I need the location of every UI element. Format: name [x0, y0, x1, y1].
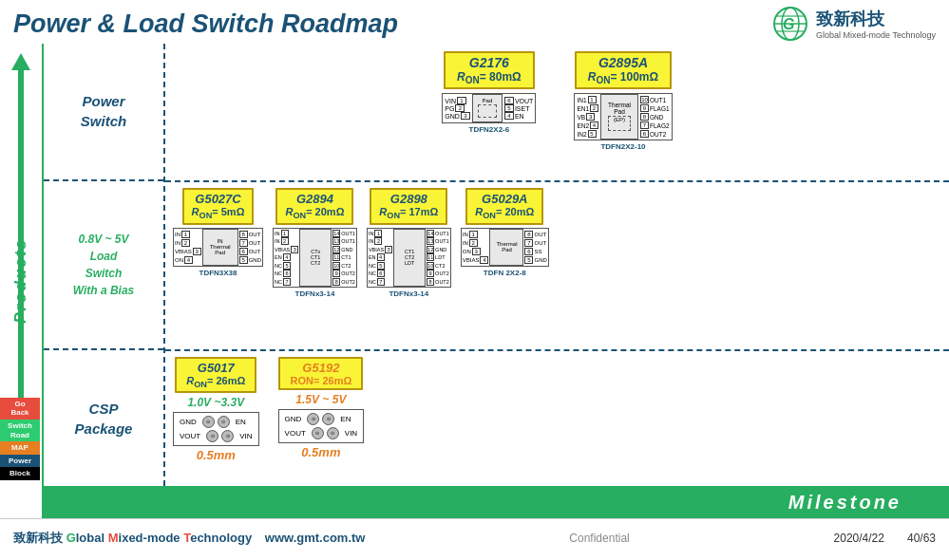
g5192-ron: RON= 26mΩ	[290, 375, 351, 386]
g2176-pins-left: VIN1 PG2 GND3	[443, 94, 472, 122]
g2176-name: G2176	[457, 55, 522, 70]
logo: G 致新科技 Global Mixed-mode Technology	[772, 6, 936, 42]
g5192-component: G5192 RON= 26mΩ 1.5V ~ 5V GND ⊙	[278, 357, 365, 459]
g2898-name: G2898	[379, 192, 438, 206]
g5027c-chip-body: IN Thermal Pad	[202, 229, 238, 266]
g2898-ron: RON= 17mΩ	[379, 206, 438, 220]
g5027c-ron: RON= 5mΩ	[192, 206, 245, 220]
g2895a-ron: RON= 100mΩ	[588, 70, 658, 85]
milestone-arrow-head	[921, 486, 949, 518]
g2898-pins-right: 14OUT1 13OUT1 12GND 11LDT 10CT2 9OUT2 8O…	[426, 229, 450, 287]
g2894-ron: RON= 20mΩ	[285, 206, 344, 220]
g5029a-pins-left: IN1 IN2 ON3 VBIAS4	[462, 229, 490, 266]
g2895a-chip-body: Thermal Pad (EP)	[600, 94, 638, 140]
g2176-ron: RON= 80mΩ	[457, 70, 522, 85]
g5017-pitch: 0.5mm	[197, 448, 236, 462]
g2898-chip-body: CT1 CT2 LDT	[393, 229, 426, 287]
g5027c-pins-right: 8OUT 7OUT 6OUT 5GND	[238, 229, 262, 266]
products-arrow-container: Products GoBack SwitchRoad MAP Power Blo…	[0, 44, 42, 518]
g5027c-title: G5027C RON= 5mΩ	[182, 188, 255, 224]
g2894-title: G2894 RON= 20mΩ	[275, 188, 353, 224]
g5027c-pins-left: IN1 IN2 VBIAS3 ON4	[174, 229, 202, 266]
g5029a-name: G5029A	[475, 192, 534, 206]
g2895a-pkg: TDFN2X2-10	[600, 142, 645, 151]
g5027c-pkg: TDFN3X38	[199, 269, 237, 277]
g5017-csp: GND ⊙ ⊙ EN VOUT	[173, 412, 259, 446]
g5192-title: G5192 RON= 26mΩ	[278, 357, 363, 390]
g5029a-chip-body: Thermal Pad	[489, 229, 523, 266]
milestone-row: Milestone	[44, 486, 949, 518]
row-csp: G5017 RON= 26mΩ 1.0V ~3.3V GND ⊙	[165, 351, 949, 486]
g2894-pindiagram: IN1 IN2 VBIAS3 EN4 NC5 NC6 NC7 CTx	[273, 228, 357, 288]
footer-cn: 致新科技	[13, 531, 63, 545]
row-load-switch: G5027C RON= 5mΩ IN1 IN2 VBIAS3 ON4	[165, 182, 949, 350]
row-label-power-switch: PowerSwitch	[44, 44, 163, 181]
map-button[interactable]: MAP	[0, 441, 40, 455]
g5192-csp: GND ⊙ ⊙ EN VOUT	[278, 409, 365, 443]
page-title: Power & Load Switch Roadmap	[13, 9, 398, 39]
g5192-name: G5192	[290, 361, 351, 375]
g2895a-pins-right: 10OUT1 9FLAG1 8GND 7FLAG2 6OUT2	[638, 94, 672, 140]
footer-meta: 2020/4/22 40/63	[834, 532, 936, 545]
grid-container: PowerSwitch 0.8V ~ 5VLoadSwitchWith a Bi…	[44, 44, 949, 486]
g2898-title: G2898 RON= 17mΩ	[370, 188, 447, 224]
header: Power & Load Switch Roadmap G 致新科技 Globa…	[0, 0, 949, 44]
footer: 致新科技 Global Mixed-mode Technology www.gm…	[0, 518, 949, 556]
g5027c-name: G5027C	[192, 192, 245, 206]
g5017-voltage: 1.0V ~3.3V	[187, 396, 244, 409]
g2895a-pindiagram: IN11 EN12 VB3 EN24 IN25 Thermal Pad (EP)	[574, 93, 672, 140]
content-area: PowerSwitch 0.8V ~ 5VLoadSwitchWith a Bi…	[42, 44, 949, 518]
g5029a-component: G5029A RON= 20mΩ IN1 IN2 ON3 VBIAS4	[461, 188, 549, 276]
go-back-button[interactable]: GoBack	[0, 398, 40, 420]
g2894-pkg: TDFNx3-14	[295, 289, 335, 298]
g2176-pindiagram: VIN1 PG2 GND3 Pad 6VOUT	[442, 93, 536, 123]
g2894-pins-right: 14OUT1 13OUT1 12GND 11CT1 10CT2 9OUT2 8O…	[332, 229, 356, 287]
g2176-title: G2176 RON= 80mΩ	[444, 51, 535, 89]
g5029a-pindiagram: IN1 IN2 ON3 VBIAS4 Thermal Pad	[461, 228, 549, 267]
g2898-component: G2898 RON= 17mΩ IN1 IN2 VBIAS3 EN4	[367, 188, 451, 297]
row-power-switch: G2176 RON= 80mΩ VIN1 PG2 GND3	[165, 44, 949, 182]
g5017-name: G5017	[186, 361, 245, 375]
g5027c-pindiagram: IN1 IN2 VBIAS3 ON4 IN Thermal Pad	[173, 228, 263, 267]
row-label-load-switch: 0.8V ~ 5VLoadSwitchWith a Bias	[44, 181, 163, 350]
footer-g: G	[66, 531, 76, 545]
switch-road-button[interactable]: SwitchRoad	[0, 420, 40, 441]
g2895a-component: G2895A RON= 100mΩ IN11 EN12 VB3 EN24	[574, 51, 672, 151]
g5029a-title: G5029A RON= 20mΩ	[465, 188, 543, 224]
logo-icon: G	[772, 6, 808, 42]
row-labels: PowerSwitch 0.8V ~ 5VLoadSwitchWith a Bi…	[44, 44, 165, 486]
g2898-pins-left: IN1 IN2 VBIAS3 EN4 NC5 NC6 NC7	[368, 229, 393, 287]
svg-text:G: G	[783, 16, 794, 32]
g2894-component: G2894 RON= 20mΩ IN1 IN2 VBIAS3 EN4	[273, 188, 357, 297]
logo-cn: 致新科技	[816, 8, 884, 30]
power-button[interactable]: Power	[0, 455, 40, 468]
g2898-pkg: TDFNx3-14	[389, 289, 428, 298]
g2895a-title: G2895A RON= 100mΩ	[575, 51, 672, 89]
footer-page: 40/63	[907, 532, 936, 545]
g2176-pins-right: 6VOUT 5ISET 4EN	[503, 94, 535, 122]
main-grid: G2176 RON= 80mΩ VIN1 PG2 GND3	[165, 44, 949, 486]
milestone-label: Milestone	[788, 492, 902, 513]
g2894-pins-left: IN1 IN2 VBIAS3 EN4 NC5 NC6 NC7	[274, 229, 299, 287]
block-button[interactable]: Block	[0, 467, 40, 480]
g5017-ron: RON= 26mΩ	[186, 375, 245, 389]
row-label-csp: CSPPackage	[44, 350, 163, 486]
g5029a-pins-right: 8OUT 7OUT 6SS 5GND	[523, 229, 547, 266]
g2895a-name: G2895A	[588, 55, 658, 70]
footer-website: www.gmt.com.tw	[265, 531, 366, 545]
footer-date: 2020/4/22	[834, 532, 884, 545]
arrow-up-head	[11, 53, 30, 70]
footer-confidential: Confidential	[569, 532, 629, 545]
g2895a-pins-left: IN11 EN12 VB3 EN24 IN25	[575, 94, 600, 140]
products-label: Products	[11, 238, 30, 324]
g2176-chip-body: Pad	[472, 94, 503, 122]
g5192-pitch: 0.5mm	[301, 445, 340, 459]
footer-m: M	[108, 531, 119, 545]
g5017-component: G5017 RON= 26mΩ 1.0V ~3.3V GND ⊙	[173, 357, 259, 462]
g5029a-ron: RON= 20mΩ	[475, 206, 534, 220]
logo-en: Global Mixed-mode Technology	[816, 30, 936, 40]
g2176-component: G2176 RON= 80mΩ VIN1 PG2 GND3	[442, 51, 536, 134]
g2894-chip-body: CTx CT1 CT2	[299, 229, 332, 287]
g5027c-component: G5027C RON= 5mΩ IN1 IN2 VBIAS3 ON4	[173, 188, 263, 276]
g5029a-pkg: TDFN 2X2-8	[484, 269, 526, 277]
